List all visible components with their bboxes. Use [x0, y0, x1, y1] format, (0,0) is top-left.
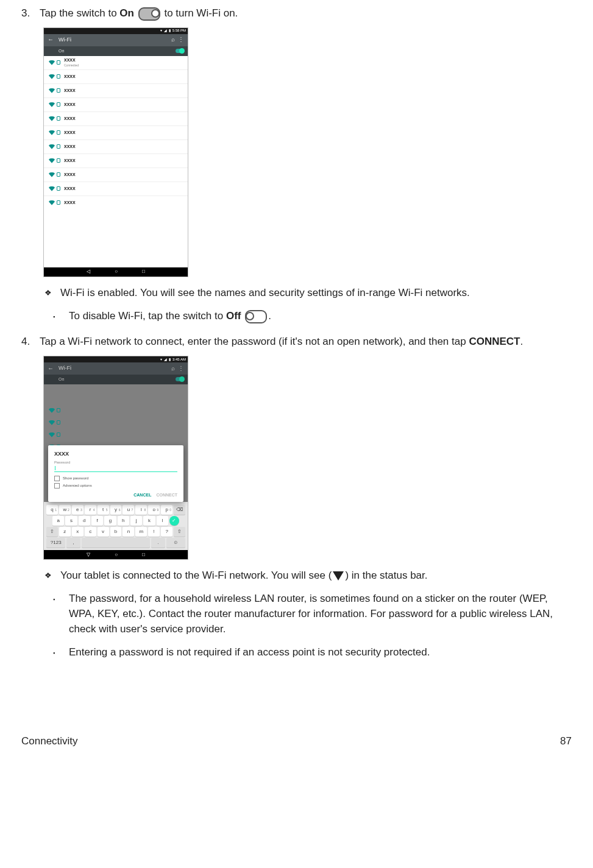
key-m[interactable]: m — [135, 527, 147, 537]
app-bar: ← Wi-Fi ⌕ ⋮ — [44, 362, 188, 375]
key-emoji[interactable]: ☺ — [166, 538, 185, 548]
key-e[interactable]: 3e — [72, 505, 83, 515]
key-period[interactable]: . — [151, 538, 165, 548]
key-t[interactable]: 5t — [98, 505, 109, 515]
wifi-icon — [49, 144, 55, 149]
wifi-status-icon: ▾ — [160, 28, 162, 34]
wifi-icon — [49, 172, 55, 177]
dialog-ssid: XXXX — [54, 450, 177, 458]
wifi-status-icon — [333, 571, 344, 580]
page-footer: Connectivity 87 — [21, 734, 572, 749]
screenshot-wifi-list: ▾ ◢ ▮ 5:58 PM ← Wi-Fi ⌕ ⋮ On XXXXConnect… — [43, 27, 188, 277]
nav-recent-icon[interactable]: □ — [142, 268, 145, 275]
key-enter[interactable]: ✓ — [169, 516, 179, 526]
wifi-icon — [49, 74, 55, 79]
show-password-checkbox[interactable]: Show password — [54, 476, 177, 481]
overflow-icon[interactable]: ⋮ — [178, 364, 184, 373]
app-bar: ← Wi-Fi ⌕ ⋮ — [44, 34, 188, 46]
key-b[interactable]: b — [110, 527, 122, 537]
key-space[interactable] — [82, 538, 150, 548]
square-bullet-icon: ▪ — [53, 591, 69, 637]
step-number: 3. — [21, 6, 40, 21]
network-row[interactable]: XXXX — [44, 168, 188, 182]
bullet-connected: ❖ Your tablet is connected to the Wi-Fi … — [44, 568, 572, 584]
search-icon[interactable]: ⌕ — [171, 35, 175, 44]
key-p[interactable]: 0p — [161, 505, 172, 515]
key-shift[interactable]: ⇧ — [46, 527, 58, 537]
lock-icon — [57, 200, 60, 205]
connect-button[interactable]: CONNECT — [156, 493, 177, 497]
key-d[interactable]: d — [79, 516, 90, 526]
nav-back-icon[interactable]: ◁ — [87, 268, 90, 275]
back-icon[interactable]: ← — [48, 364, 54, 373]
key-comma[interactable]: , — [66, 538, 80, 548]
key-r[interactable]: 4r — [85, 505, 96, 515]
network-row[interactable]: XXXX — [44, 196, 188, 210]
network-row[interactable]: XXXX — [44, 70, 188, 84]
square-bullet-icon: ▪ — [53, 309, 69, 325]
lock-icon — [57, 158, 60, 163]
wifi-icon — [49, 408, 55, 413]
key-h[interactable]: h — [118, 516, 129, 526]
network-row[interactable]: XXXX — [44, 154, 188, 168]
key-a[interactable]: a — [52, 516, 64, 526]
network-row[interactable]: XXXX — [44, 84, 188, 98]
key-u[interactable]: 7u — [123, 505, 134, 515]
nav-home-icon[interactable]: ○ — [115, 551, 118, 559]
network-row[interactable]: XXXX — [44, 126, 188, 140]
key-s[interactable]: s — [65, 516, 77, 526]
key-i[interactable]: 8i — [135, 505, 147, 515]
key-shift-right[interactable]: ⇧ — [174, 527, 185, 537]
wifi-switch[interactable] — [176, 49, 184, 53]
checkbox-icon — [54, 476, 60, 481]
key-o[interactable]: 9o — [148, 505, 160, 515]
key-j[interactable]: j — [130, 516, 142, 526]
key-v[interactable]: v — [98, 527, 109, 537]
key-l[interactable]: l — [157, 516, 168, 526]
nav-back-icon[interactable]: ▽ — [87, 551, 90, 559]
key-x[interactable]: x — [72, 527, 83, 537]
search-icon[interactable]: ⌕ — [171, 364, 175, 373]
key-n[interactable]: n — [123, 527, 134, 537]
key-backspace[interactable]: ⌫ — [174, 505, 185, 515]
wifi-switch[interactable] — [176, 377, 184, 381]
key-q[interactable]: 1q — [46, 505, 58, 515]
password-input[interactable] — [54, 465, 177, 472]
nav-home-icon[interactable]: ○ — [115, 268, 118, 275]
battery-icon: ▮ — [169, 28, 171, 34]
key-f[interactable]: f — [91, 516, 103, 526]
password-label: Password — [54, 460, 177, 465]
lock-icon — [57, 186, 60, 191]
key-symbols[interactable]: ?123 — [46, 538, 65, 548]
back-icon[interactable]: ← — [48, 35, 54, 44]
wifi-state-label: On — [59, 376, 64, 383]
overflow-icon[interactable]: ⋮ — [178, 35, 184, 44]
key-c[interactable]: c — [85, 527, 96, 537]
advanced-options-checkbox[interactable]: Advanced options — [54, 483, 177, 489]
wifi-icon — [49, 116, 55, 121]
square-bullet-icon: ▪ — [53, 645, 69, 661]
key-exclaim[interactable]: ! — [148, 527, 160, 537]
network-row[interactable]: XXXX — [44, 182, 188, 196]
checkbox-icon — [54, 483, 60, 489]
wifi-icon — [49, 88, 55, 93]
network-row[interactable]: XXXXConnected — [44, 56, 188, 70]
diamond-bullet-icon: ❖ — [44, 286, 60, 301]
network-row[interactable]: XXXX — [44, 112, 188, 126]
key-z[interactable]: z — [59, 527, 71, 537]
lock-icon — [57, 432, 60, 437]
bullet-open-network: ▪ Entering a password is not required if… — [53, 645, 572, 661]
network-row[interactable]: XXXX — [44, 98, 188, 112]
network-row[interactable]: XXXX — [44, 140, 188, 154]
lock-icon — [57, 88, 60, 93]
key-question[interactable]: ? — [161, 527, 172, 537]
key-w[interactable]: 2w — [59, 505, 71, 515]
key-y[interactable]: 6y — [110, 505, 122, 515]
key-k[interactable]: k — [143, 516, 155, 526]
wifi-toggle-row: On — [44, 375, 188, 384]
cancel-button[interactable]: CANCEL — [133, 493, 151, 497]
wifi-status-icon: ▾ — [160, 357, 162, 362]
step-4: 4. Tap a Wi-Fi network to connect, enter… — [21, 334, 572, 350]
key-g[interactable]: g — [104, 516, 116, 526]
nav-recent-icon[interactable]: □ — [142, 551, 145, 559]
